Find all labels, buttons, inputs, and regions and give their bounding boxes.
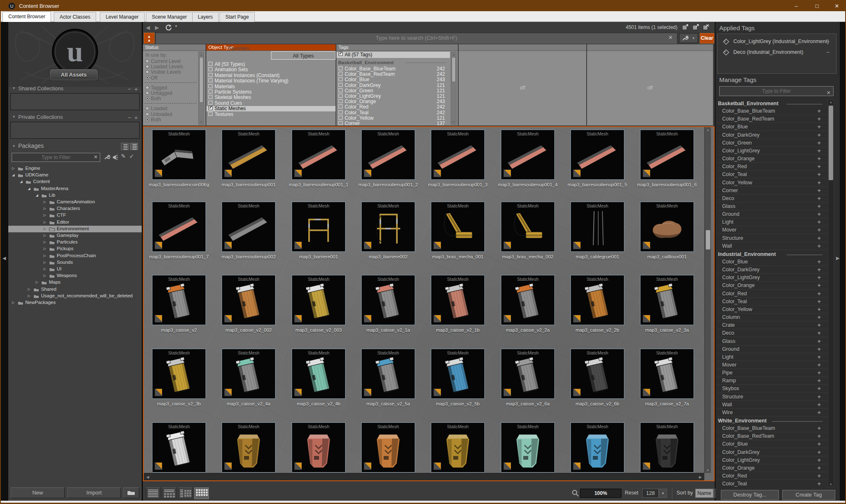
asset-tile[interactable]: StaticMesh (431, 275, 485, 325)
view-mode-split-horizontal-button[interactable] (162, 487, 176, 499)
checkbox-icon[interactable] (338, 72, 343, 76)
add-tag-button[interactable]: + (817, 147, 821, 154)
add-tag-button[interactable]: + (817, 338, 821, 345)
tag-color_yellow[interactable]: Color_Yellow121 (336, 116, 450, 121)
packages-filter-input[interactable]: Type to Filter (12, 153, 100, 162)
tab-actor-classes[interactable]: Actor Classes (54, 12, 96, 22)
asset-tile[interactable]: StaticMesh (292, 275, 346, 325)
tree-item-maps[interactable]: ▷Maps (8, 279, 142, 286)
checkbox-icon[interactable] (338, 88, 343, 92)
remove-tag-button[interactable]: − (826, 38, 830, 45)
manage-tag-row[interactable]: Color_Teal+ (717, 171, 827, 178)
shared-collections-header[interactable]: ▼ Shared Collections − + (8, 85, 142, 93)
radio-loaded-levels[interactable]: Loaded Levels (143, 64, 197, 70)
add-tag-button[interactable]: + (817, 163, 821, 170)
add-tag-button[interactable]: + (817, 227, 821, 233)
manage-tag-row[interactable]: Mover+ (717, 361, 827, 369)
manage-tag-row[interactable]: Mover+ (717, 226, 827, 234)
collapsed-arrow-icon[interactable]: ▷ (28, 294, 30, 298)
manage-tag-row[interactable]: Color_Red+ (717, 163, 827, 171)
add-tag-button[interactable]: + (817, 274, 821, 281)
clear-filters-button[interactable]: Clear (700, 33, 714, 43)
tree-item-shared[interactable]: ▷Shared (8, 286, 142, 293)
add-tag-button[interactable]: + (817, 140, 821, 146)
tab-layers[interactable]: Layers (192, 12, 219, 22)
asset-tile[interactable]: StaticMesh (501, 275, 555, 325)
clear-filter-icon[interactable]: ✕ (94, 154, 98, 160)
checkbox-icon[interactable] (208, 89, 213, 94)
asset-tile[interactable]: StaticMesh (431, 349, 485, 399)
pencil-icon[interactable]: ✎ (121, 153, 126, 159)
search-options-button[interactable]: ▼ (679, 33, 698, 43)
manage-tag-row[interactable]: Deco+ (717, 195, 827, 203)
checkbox-icon[interactable] (338, 116, 343, 120)
manage-tag-row[interactable]: Color_Red+ (717, 472, 827, 480)
collapsed-arrow-icon[interactable]: ▷ (36, 280, 38, 284)
history-forward-icon[interactable]: ▶ (155, 24, 159, 31)
asset-tile[interactable]: StaticMesh (222, 422, 276, 473)
collapse-left-panel-icon[interactable]: ◀ (2, 256, 6, 261)
add-tag-button[interactable]: + (817, 401, 821, 408)
asset-tile[interactable]: StaticMesh (361, 202, 415, 252)
tag-color_base_blueteam[interactable]: Color_Base_BlueTeam242 (336, 66, 450, 72)
objtype-all-53-types-[interactable]: All (53 Types) (206, 62, 336, 67)
manage-tags-scrollbar[interactable]: ▲ ▼ (828, 99, 834, 487)
add-tag-button[interactable]: + (817, 266, 821, 273)
add-tag-button[interactable]: + (817, 171, 821, 178)
manage-tag-row[interactable]: Color_Green+ (717, 139, 827, 147)
manage-tag-row[interactable]: Color_DarkGrey+ (717, 266, 827, 274)
add-tag-button[interactable]: + (817, 187, 821, 194)
add-tag-button[interactable]: + (817, 409, 821, 416)
asset-tile[interactable]: StaticMesh (361, 275, 415, 325)
checkbox-icon[interactable] (338, 83, 343, 87)
tag-color_orange[interactable]: Color_Orange243 (336, 99, 450, 104)
tab-scene-manager[interactable]: Scene Manager (146, 12, 193, 22)
asset-tile[interactable]: StaticMesh (152, 349, 206, 399)
tag-color_darkgrey[interactable]: Color_DarkGrey121 (336, 83, 450, 88)
asset-tile[interactable]: StaticMesh (570, 202, 624, 252)
tree-item-content[interactable]: ◢Content (8, 178, 142, 185)
manage-tag-row[interactable]: Light+ (717, 353, 827, 361)
add-tag-button[interactable]: + (817, 362, 821, 368)
asset-tile[interactable]: StaticMesh (640, 349, 694, 399)
add-tag-button[interactable]: + (817, 465, 821, 471)
tree-item-weapons[interactable]: ▷Weapons (8, 272, 142, 279)
checkbox-icon[interactable] (208, 62, 213, 66)
checkbox-icon[interactable] (338, 66, 343, 70)
objtype-material-instances-time-varying-[interactable]: Material Instances (Time Varying) (206, 78, 336, 84)
add-tag-button[interactable]: + (817, 298, 821, 305)
collapsed-arrow-icon[interactable]: ▷ (44, 260, 46, 264)
manage-tag-row[interactable]: Ramp+ (717, 377, 827, 385)
tag-color_lightgrey[interactable]: Color_LightGrey121 (336, 94, 450, 99)
add-collection-button[interactable]: + (134, 114, 138, 121)
manage-tag-row[interactable]: Glass+ (717, 338, 827, 345)
checkbox-icon[interactable] (338, 99, 343, 103)
refresh-dropdown-icon[interactable]: ▼ (174, 24, 178, 28)
collapsed-arrow-icon[interactable]: ▷ (44, 207, 46, 210)
objtype-sound-cues[interactable]: Sound Cues (206, 101, 336, 106)
manage-tag-row[interactable]: Deco+ (717, 329, 827, 337)
collapsed-arrow-icon[interactable]: ▷ (12, 166, 15, 170)
tree-item-pickups[interactable]: ▷Pickups (8, 246, 142, 252)
add-tag-button[interactable]: + (817, 441, 821, 447)
tree-item-ui[interactable]: ▷UI (8, 266, 142, 272)
checkbox-icon[interactable] (338, 104, 343, 109)
asset-tile[interactable]: StaticMesh (152, 422, 206, 473)
asset-tile[interactable]: StaticMesh (640, 422, 694, 473)
asset-tile[interactable]: StaticMesh (222, 130, 276, 180)
asset-tile[interactable]: StaticMesh (152, 275, 206, 325)
remove-collection-button[interactable]: − (128, 114, 131, 121)
manage-tag-row[interactable]: Color_DarkGrey+ (717, 131, 827, 139)
tree-item-engine[interactable]: ▷Engine (8, 165, 142, 172)
asset-tile[interactable]: StaticMesh (570, 422, 624, 473)
tab-favorites[interactable]: Favorites (206, 44, 271, 53)
tree-item-lib[interactable]: ◢Lib (8, 192, 142, 199)
tree-item-udkgame[interactable]: ◢UDKGame (8, 172, 142, 178)
radio-both[interactable]: Both (143, 96, 197, 101)
asset-tile[interactable]: StaticMesh (501, 422, 555, 473)
collapsed-arrow-icon[interactable]: ▷ (44, 200, 46, 204)
manage-tag-row[interactable]: Wire+ (717, 409, 827, 417)
expanded-arrow-icon[interactable]: ◢ (36, 193, 38, 197)
import-button[interactable]: Import (67, 487, 121, 498)
tree-item-characters[interactable]: ▷Characters (8, 205, 142, 212)
